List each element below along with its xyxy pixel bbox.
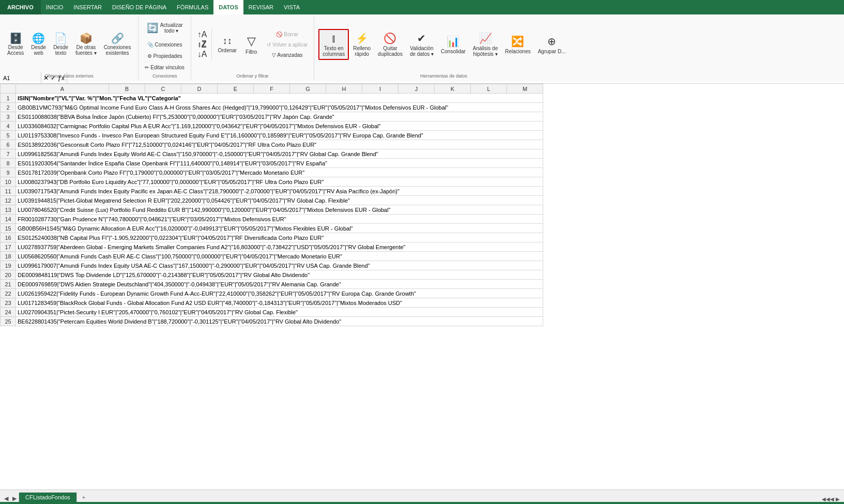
table-row[interactable]: 17LU0278937759|"Aberdeen Global - Emergi… bbox=[1, 242, 543, 252]
cell-content[interactable]: LU0078046520|"Credit Suisse (Lux) Portfo… bbox=[16, 205, 543, 215]
table-row[interactable]: 12LU0391944815|"Pictet-Global Megatrend … bbox=[1, 196, 543, 205]
cell-content[interactable]: GB00B1VMC793|"M&G Optimal Income Fund Eu… bbox=[16, 103, 543, 112]
cell-content[interactable]: LU0390717543|"Amundi Funds Index Equity … bbox=[16, 187, 543, 196]
table-row[interactable]: 5LU0119753308|"Invesco Funds - Invesco P… bbox=[1, 131, 543, 140]
sheet-tab-add[interactable]: + bbox=[78, 493, 89, 502]
scroll-left-icon[interactable]: ◀ bbox=[2, 495, 10, 502]
btn-desde-texto[interactable]: 📄 Desdetexto bbox=[50, 29, 71, 60]
btn-actualizar-todo[interactable]: 🔄 Actualizartodo ▾ bbox=[143, 18, 186, 38]
cell-content[interactable]: ISIN|"Nombre"|"VL"|"Var. %"|"Mon."|"Fech… bbox=[16, 94, 543, 103]
cell-content[interactable]: GB00B56H1S45|"M&G Dynamic Allocation A E… bbox=[16, 224, 543, 233]
col-header-e[interactable]: E bbox=[218, 84, 254, 94]
table-row[interactable]: 4LU0336084032|"Carmignac Portfolio Capit… bbox=[1, 121, 543, 131]
table-row[interactable]: 8ES0119203054|"Santander Índice España C… bbox=[1, 159, 543, 168]
btn-desde-web[interactable]: 🌐 Desdeweb bbox=[28, 29, 49, 60]
confirm-formula-icon[interactable]: ✓ bbox=[51, 74, 56, 82]
table-row[interactable]: 3ES0110088038|"BBVA Bolsa Índice Japón (… bbox=[1, 112, 543, 121]
btn-validacion[interactable]: ✔ Validaciónde datos ▾ bbox=[407, 29, 437, 60]
btn-agrupar[interactable]: ⊕ Agrupar D... bbox=[535, 29, 569, 60]
scroll-right-icon[interactable]: ▶ bbox=[10, 495, 19, 502]
cell-content[interactable]: ES0138922036|"Gesconsult Corto Plazo FI"… bbox=[16, 140, 543, 149]
table-row[interactable]: 21DE0009769859|"DWS Aktien Strategie Deu… bbox=[1, 280, 543, 289]
cell-content[interactable]: LU0119753308|"Invesco Funds - Invesco Pa… bbox=[16, 131, 543, 140]
cell-content[interactable]: LU0996179007|"Amundi Funds Index Equity … bbox=[16, 261, 543, 270]
cell-content[interactable]: LU0336084032|"Carmignac Portfolio Capita… bbox=[16, 121, 543, 131]
btn-consolidar[interactable]: 📊 Consolidar bbox=[438, 29, 469, 60]
table-row[interactable]: 10LU0080237943|"DB Portfolio Euro Liquid… bbox=[1, 177, 543, 187]
btn-otras-fuentes[interactable]: 📦 De otrasfuentes ▾ bbox=[72, 29, 100, 60]
cell-content[interactable]: LU0278937759|"Aberdeen Global - Emerging… bbox=[16, 242, 543, 252]
menu-datos[interactable]: DATOS bbox=[213, 0, 243, 14]
table-row[interactable]: 1ISIN|"Nombre"|"VL"|"Var. %"|"Mon."|"Fec… bbox=[1, 94, 543, 103]
cell-content[interactable]: ES0178172039|"Openbank Corto Plazo FI"|"… bbox=[16, 168, 543, 177]
table-row[interactable]: 11LU0390717543|"Amundi Funds Index Equit… bbox=[1, 187, 543, 196]
btn-relaciones[interactable]: 🔀 Relaciones bbox=[502, 29, 533, 60]
menu-insertar[interactable]: INSERTAR bbox=[68, 0, 107, 14]
menu-diseno[interactable]: DISEÑO DE PÁGINA bbox=[107, 0, 172, 14]
btn-borrar[interactable]: 🚫 Borrar bbox=[265, 29, 310, 39]
col-header-k[interactable]: K bbox=[435, 84, 471, 94]
cell-content[interactable]: LU0171283459|"BlackRock Global Funds - G… bbox=[16, 298, 543, 308]
table-row[interactable]: 9ES0178172039|"Openbank Corto Plazo FI"|… bbox=[1, 168, 543, 177]
table-row[interactable]: 25BE6228801435|"Petercam Equities World … bbox=[1, 317, 543, 326]
table-row[interactable]: 15GB00B56H1S45|"M&G Dynamic Allocation A… bbox=[1, 224, 543, 233]
btn-volver-aplicar[interactable]: ↺ Volver a aplicar bbox=[265, 39, 310, 50]
btn-desde-access[interactable]: 🗄️ DesdeAccess bbox=[4, 29, 27, 60]
table-row[interactable]: 16ES0125240038|"NB Capital Plus FI"|"-1.… bbox=[1, 233, 543, 242]
btn-editar-vinculos[interactable]: ✏ Editar vínculos bbox=[143, 62, 186, 72]
table-row[interactable]: 13LU0078046520|"Credit Suisse (Lux) Port… bbox=[1, 205, 543, 215]
cell-content[interactable]: LU0996182563|"Amundi Funds Index Equity … bbox=[16, 149, 543, 159]
table-row[interactable]: 6ES0138922036|"Gesconsult Corto Plazo FI… bbox=[1, 140, 543, 149]
menu-archivo[interactable]: ARCHIVO bbox=[0, 0, 41, 14]
cell-content[interactable]: LU0261959422|"Fidelity Funds - European … bbox=[16, 289, 543, 298]
cancel-formula-icon[interactable]: ✕ bbox=[43, 74, 49, 82]
cell-content[interactable]: ES0110088038|"BBVA Bolsa Índice Japón (C… bbox=[16, 112, 543, 121]
cell-content[interactable]: LU0080237943|"DB Portfolio Euro Liquidit… bbox=[16, 177, 543, 187]
btn-avanzadas[interactable]: ▽ Avanzadas bbox=[265, 50, 310, 60]
table-row[interactable]: 22LU0261959422|"Fidelity Funds - Europea… bbox=[1, 289, 543, 298]
btn-filtro[interactable]: ▽ Filtro bbox=[241, 29, 262, 60]
table-row[interactable]: 14FR0010287730|"Gan Prudence N"|"740,780… bbox=[1, 215, 543, 224]
btn-conexiones-small[interactable]: 📎 Conexiones bbox=[143, 39, 186, 50]
table-row[interactable]: 2GB00B1VMC793|"M&G Optimal Income Fund E… bbox=[1, 103, 543, 112]
menu-inicio[interactable]: INICIO bbox=[41, 0, 69, 14]
col-header-d[interactable]: D bbox=[181, 84, 218, 94]
btn-analisis[interactable]: 📈 Análisis dehipótesis ▾ bbox=[470, 29, 501, 60]
cell-content[interactable]: FR0010287730|"Gan Prudence N"|"740,78000… bbox=[16, 215, 543, 224]
col-header-l[interactable]: L bbox=[471, 84, 507, 94]
table-row[interactable]: 7LU0996182563|"Amundi Funds Index Equity… bbox=[1, 149, 543, 159]
cell-content[interactable]: LU0568620560|"Amundi Funds Cash EUR AE-C… bbox=[16, 252, 543, 261]
sheet-tab-cflistado[interactable]: CFListadoFondos bbox=[19, 492, 77, 502]
insert-function-icon[interactable]: ƒx bbox=[58, 74, 65, 82]
btn-ordenar-za[interactable]: ↑Z↓A bbox=[195, 44, 209, 55]
cell-content[interactable]: DE0009769859|"DWS Aktien Strategie Deuts… bbox=[16, 280, 543, 289]
table-row[interactable]: 19LU0996179007|"Amundi Funds Index Equit… bbox=[1, 261, 543, 270]
col-header-h[interactable]: H bbox=[326, 84, 362, 94]
table-row[interactable]: 18LU0568620560|"Amundi Funds Cash EUR AE… bbox=[1, 252, 543, 261]
btn-relleno-rapido[interactable]: ⚡ Rellenorápido bbox=[350, 29, 374, 60]
name-box[interactable]: A1 bbox=[0, 72, 41, 83]
btn-propiedades[interactable]: ⚙ Propiedades bbox=[143, 51, 186, 61]
col-header-c[interactable]: C bbox=[145, 84, 181, 94]
btn-ordenar[interactable]: ↕↕ Ordenar bbox=[215, 29, 240, 60]
table-row[interactable]: 23LU0171283459|"BlackRock Global Funds -… bbox=[1, 298, 543, 308]
spreadsheet[interactable]: A B C D E F G H I J K L M 1ISIN|"Nombre"… bbox=[0, 84, 844, 490]
col-header-f[interactable]: F bbox=[254, 84, 290, 94]
btn-quitar-duplicados[interactable]: 🚫 Quitarduplicados bbox=[375, 29, 406, 60]
cell-content[interactable]: LU0270904351|"Pictet-Security I EUR"|"20… bbox=[16, 308, 543, 317]
cell-content[interactable]: LU0391944815|"Pictet-Global Megatrend Se… bbox=[16, 196, 543, 205]
btn-conexiones-existentes[interactable]: 🔗 Conexionesexistentes bbox=[101, 29, 134, 60]
col-header-j[interactable]: J bbox=[398, 84, 435, 94]
menu-vista[interactable]: VISTA bbox=[279, 0, 305, 14]
cell-content[interactable]: DE0009848119|"DWS Top Dividende LD"|"125… bbox=[16, 270, 543, 280]
table-row[interactable]: 24LU0270904351|"Pictet-Security I EUR"|"… bbox=[1, 308, 543, 317]
cell-content[interactable]: ES0125240038|"NB Capital Plus FI"|"-1.90… bbox=[16, 233, 543, 242]
col-header-i[interactable]: I bbox=[362, 84, 398, 94]
menu-revisar[interactable]: REVISAR bbox=[243, 0, 279, 14]
col-header-g[interactable]: G bbox=[290, 84, 326, 94]
col-header-b[interactable]: B bbox=[109, 84, 145, 94]
btn-texto-columnas[interactable]: ⫿ Texto encolumnas bbox=[318, 29, 349, 60]
col-header-a[interactable]: A bbox=[16, 84, 109, 94]
menu-formulas[interactable]: FÓRMULAS bbox=[172, 0, 213, 14]
table-row[interactable]: 20DE0009848119|"DWS Top Dividende LD"|"1… bbox=[1, 270, 543, 280]
